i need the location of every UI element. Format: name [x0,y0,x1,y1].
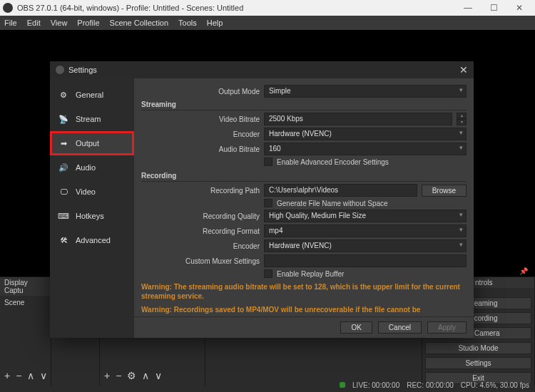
obs-logo-icon [56,66,64,74]
settings-titlebar: Settings ✕ [50,61,474,78]
scene-tools: + − ∧ ∨ [0,366,51,386]
gear-icon[interactable]: ⚙ [127,370,136,381]
gear-icon: ⚙ [57,88,70,101]
minimize-button[interactable]: — [455,3,481,13]
sidebar-item-label: General [76,91,103,99]
status-live: LIVE: 00:00:00 [352,381,399,389]
browse-button[interactable]: Browse [422,185,467,197]
dialog-buttons: OK Cancel Apply [134,316,474,338]
input-value: C:\Users\alphr\Videos [269,186,338,194]
scene-item[interactable]: Scene [0,296,51,309]
sidebar-item-advanced[interactable]: 🛠Advanced [50,228,134,252]
sidebar-item-general[interactable]: ⚙General [50,83,134,107]
source-tools: + − ⚙ ∧ ∨ [100,366,205,386]
sidebar-item-hotkeys[interactable]: ⌨Hotkeys [50,204,134,228]
encoder-label: Encoder [141,130,260,138]
sidebar-item-label: Stream [76,115,101,123]
muxer-input[interactable] [264,254,467,267]
muxer-label: Custom Muxer Settings [141,257,260,265]
antenna-icon: 📡 [57,113,70,125]
close-icon[interactable]: ✕ [459,64,468,76]
settings-dialog: Settings ✕ ⚙General 📡Stream ➡Output 🔊Aud… [50,61,474,338]
recording-quality-label: Recording Quality [141,212,260,220]
menu-view[interactable]: View [51,19,68,27]
keyboard-icon: ⌨ [57,210,70,222]
up-icon[interactable]: ∧ [142,370,149,381]
status-cpu: CPU: 4.6%, 30.00 fps [461,381,529,389]
sidebar-item-label: Output [76,139,99,148]
input-value: 2500 Kbps [269,115,303,123]
menu-scene-collection[interactable]: Scene Collection [110,19,169,27]
sources-cell[interactable]: Display Captu [0,277,51,296]
warning-text-1: Warning: The streaming audio bitrate wil… [141,282,467,301]
menu-edit[interactable]: Edit [27,19,41,27]
remove-icon[interactable]: − [16,370,21,381]
nospace-label: Generate File Name without Space [277,200,388,207]
warning-text-2: Warning: Recordings saved to MP4/MOV wil… [141,305,467,314]
recording-encoder-select[interactable]: Hardware (NVENC) [264,239,467,252]
add-icon[interactable]: + [4,370,10,381]
recording-quality-select[interactable]: High Quality, Medium File Size [264,210,467,222]
recording-path-input[interactable]: C:\Users\alphr\Videos [264,184,417,197]
select-value: 160 [269,145,281,153]
settings-sidebar: ⚙General 📡Stream ➡Output 🔊Audio 🖵Video ⌨… [50,78,134,338]
down-icon[interactable]: ∨ [40,370,47,381]
menubar: File Edit View Profile Scene Collection … [0,16,535,30]
select-value: Simple [269,87,291,95]
advanced-encoder-checkbox[interactable] [264,158,272,166]
nospace-checkbox[interactable] [264,199,272,207]
status-dot-icon [340,382,345,388]
monitor-icon: 🖵 [57,185,70,198]
recording-format-label: Recording Format [141,227,260,235]
menu-help[interactable]: Help [207,19,223,27]
recording-encoder-label: Encoder [141,242,260,250]
recording-section-header: Recording [141,172,467,182]
video-bitrate-input[interactable]: 2500 Kbps [264,113,452,125]
maximize-button[interactable]: ☐ [481,3,506,13]
spinner[interactable]: ▴▾ [457,113,467,125]
settings-button[interactable]: Settings [425,357,531,369]
advanced-encoder-label: Enable Advanced Encoder Settings [277,158,389,166]
remove-icon[interactable]: − [116,370,121,381]
add-icon[interactable]: + [104,370,110,381]
sidebar-item-video[interactable]: 🖵Video [50,180,134,204]
output-mode-label: Output Mode [141,88,260,96]
pin-icon[interactable]: 📌 [519,267,528,275]
menu-profile[interactable]: Profile [77,19,99,27]
sidebar-item-output[interactable]: ➡Output [50,131,134,155]
sidebar-item-audio[interactable]: 🔊Audio [50,155,134,180]
studio-mode-button[interactable]: Studio Mode [425,342,531,354]
streaming-section-header: Streaming [141,100,467,110]
sidebar-item-stream[interactable]: 📡Stream [50,107,134,131]
replay-buffer-checkbox[interactable] [264,269,272,278]
video-bitrate-label: Video Bitrate [141,115,260,123]
audio-bitrate-select[interactable]: 160 [264,143,467,155]
ok-button[interactable]: OK [340,321,372,334]
recording-path-label: Recording Path [141,187,260,195]
status-rec: REC: 00:00:00 [407,381,454,389]
down-icon[interactable]: ∨ [155,370,162,381]
window-title: OBS 27.0.1 (64-bit, windows) - Profile: … [17,4,243,12]
tools-icon: 🛠 [57,234,70,247]
audio-bitrate-label: Audio Bitrate [141,145,260,153]
menu-file[interactable]: File [4,19,17,27]
titlebar: OBS 27.0.1 (64-bit, windows) - Profile: … [0,0,535,16]
cancel-button[interactable]: Cancel [378,321,422,334]
obs-logo-icon [3,3,13,13]
controls-header: ntrols [471,277,534,288]
output-mode-select[interactable]: Simple [264,85,467,98]
menu-tools[interactable]: Tools [178,19,197,27]
speaker-icon: 🔊 [57,161,70,174]
streaming-encoder-select[interactable]: Hardware (NVENC) [264,128,467,140]
select-value: High Quality, Medium File Size [269,212,366,220]
select-value: Hardware (NVENC) [269,130,332,138]
output-icon: ➡ [57,137,70,150]
select-value: Hardware (NVENC) [269,242,332,249]
apply-button[interactable]: Apply [427,321,467,334]
close-button[interactable]: ✕ [506,3,532,13]
recording-format-select[interactable]: mp4 [264,225,467,237]
select-value: mp4 [269,227,282,234]
up-icon[interactable]: ∧ [27,370,34,381]
sidebar-item-label: Video [76,187,96,196]
sidebar-item-label: Hotkeys [76,212,104,220]
